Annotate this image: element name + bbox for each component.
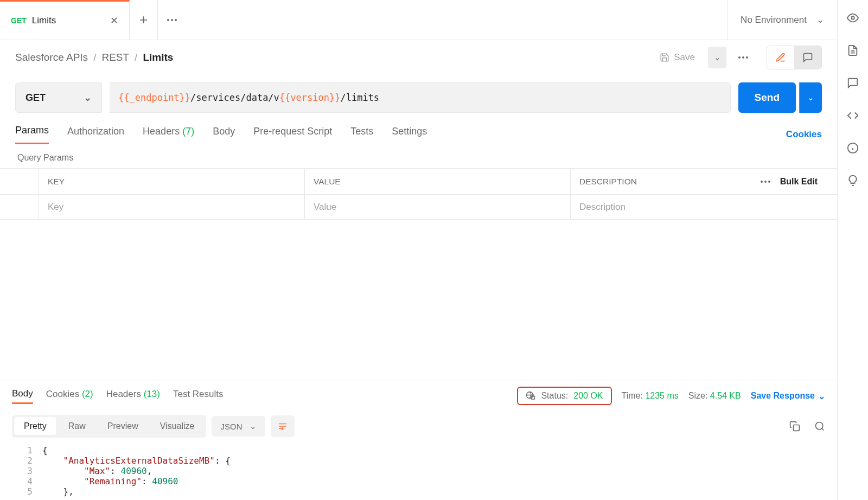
tab-params[interactable]: Params [15, 125, 49, 144]
response-status: Status: 200 OK [517, 387, 611, 405]
response-body-code[interactable]: 1{ 2 "AnalyticsExternalDataSizeMB": { 3 … [0, 442, 837, 500]
environment-picker[interactable]: No Environment ⌄ [727, 0, 837, 40]
chevron-down-icon: ⌄ [818, 391, 825, 401]
view-pretty[interactable]: Pretty [14, 417, 56, 435]
tab-authorization[interactable]: Authorization [67, 126, 124, 144]
wrap-lines-button[interactable] [271, 415, 295, 437]
view-raw[interactable]: Raw [59, 417, 95, 435]
breadcrumb-collection[interactable]: Salesforce APIs [15, 52, 88, 63]
col-key: KEY [39, 169, 305, 194]
query-params-table: KEY VALUE DESCRIPTION Bulk Edit [0, 168, 837, 220]
comment-mode-button[interactable] [794, 46, 821, 69]
tab-tests[interactable]: Tests [350, 126, 373, 144]
save-dropdown[interactable]: ⌄ [708, 47, 726, 68]
globe-lock-icon [526, 391, 535, 401]
chevron-down-icon: ⌄ [816, 14, 824, 25]
tab-bar: GET Limits ✕ + No Environment ⌄ [0, 0, 837, 40]
method-select[interactable]: GET ⌄ [15, 82, 102, 113]
code-icon[interactable] [847, 110, 859, 121]
response-viewer-bar: Pretty Raw Preview Visualize JSON⌄ [0, 411, 837, 442]
breadcrumb: Salesforce APIs / REST / Limits [15, 52, 173, 63]
environment-label: No Environment [741, 15, 807, 25]
breadcrumb-folder[interactable]: REST [101, 52, 129, 63]
tab-overflow-button[interactable] [158, 0, 186, 40]
resp-tab-headers[interactable]: Headers (13) [106, 389, 160, 403]
request-url-row: GET ⌄ {{_endpoint}}/services/data/v{{ver… [0, 75, 837, 113]
url-var-version: {{version}} [279, 92, 341, 103]
method-value: GET [25, 92, 46, 104]
eye-icon[interactable] [847, 12, 859, 24]
save-label: Save [674, 52, 695, 63]
svg-point-5 [816, 422, 823, 430]
url-input[interactable]: {{_endpoint}}/services/data/v{{version}}… [110, 82, 731, 113]
value-input[interactable] [314, 202, 561, 213]
format-select[interactable]: JSON⌄ [212, 416, 265, 437]
resp-tab-cookies[interactable]: Cookies (2) [46, 389, 93, 403]
response-size: Size: 4.54 KB [688, 391, 741, 401]
more-actions-button[interactable] [733, 56, 754, 59]
send-dropdown[interactable]: ⌄ [799, 82, 822, 113]
info-icon[interactable] [847, 142, 859, 154]
search-icon[interactable] [814, 421, 825, 432]
svg-rect-4 [794, 425, 800, 431]
save-button[interactable]: Save [653, 49, 701, 66]
send-button[interactable]: Send [738, 82, 796, 113]
section-title-query-params: Query Params [0, 144, 837, 168]
close-tab-icon[interactable]: ✕ [110, 15, 118, 27]
desc-input[interactable] [579, 202, 828, 213]
save-icon [660, 53, 669, 62]
request-tabs: Params Authorization Headers (7) Body Pr… [0, 113, 837, 144]
save-response-button[interactable]: Save Response ⌄ [751, 391, 825, 401]
document-icon[interactable] [847, 44, 859, 56]
resp-tab-body[interactable]: Body [12, 388, 33, 404]
view-preview[interactable]: Preview [98, 417, 148, 435]
new-tab-button[interactable]: + [130, 0, 158, 40]
response-time: Time: 1235 ms [622, 391, 679, 401]
col-desc: DESCRIPTION [579, 177, 637, 187]
tab-headers[interactable]: Headers (7) [143, 126, 194, 144]
request-tab-limits[interactable]: GET Limits ✕ [0, 0, 130, 40]
breadcrumb-current: Limits [143, 52, 173, 63]
tab-title: Limits [32, 15, 56, 26]
view-visualize[interactable]: Visualize [150, 417, 205, 435]
right-sidebar [838, 0, 868, 500]
url-var-endpoint: {{_endpoint}} [118, 92, 190, 103]
svg-line-6 [822, 428, 824, 431]
bulk-edit-button[interactable]: Bulk Edit [780, 177, 818, 187]
table-row [0, 195, 837, 220]
status-value: 200 OK [573, 391, 603, 401]
lightbulb-icon[interactable] [847, 175, 859, 187]
tab-method-badge: GET [11, 16, 27, 25]
table-more-button[interactable] [761, 181, 770, 183]
tab-settings[interactable]: Settings [392, 126, 427, 144]
cookies-link[interactable]: Cookies [786, 129, 822, 140]
comment-icon[interactable] [847, 77, 859, 89]
svg-point-7 [851, 16, 854, 20]
tab-body[interactable]: Body [213, 126, 235, 144]
request-header: Salesforce APIs / REST / Limits Save ⌄ [0, 40, 837, 75]
response-tabs: Body Cookies (2) Headers (13) Test Resul… [0, 381, 837, 411]
resp-tab-tests[interactable]: Test Results [173, 389, 224, 403]
copy-icon[interactable] [789, 421, 800, 432]
edit-mode-button[interactable] [767, 46, 794, 69]
chevron-down-icon: ⌄ [84, 92, 92, 104]
key-input[interactable] [48, 202, 296, 213]
tab-prerequest[interactable]: Pre-request Script [253, 126, 332, 144]
col-value: VALUE [305, 169, 571, 194]
chevron-down-icon: ⌄ [250, 421, 257, 431]
view-mode-toggle [767, 46, 822, 69]
